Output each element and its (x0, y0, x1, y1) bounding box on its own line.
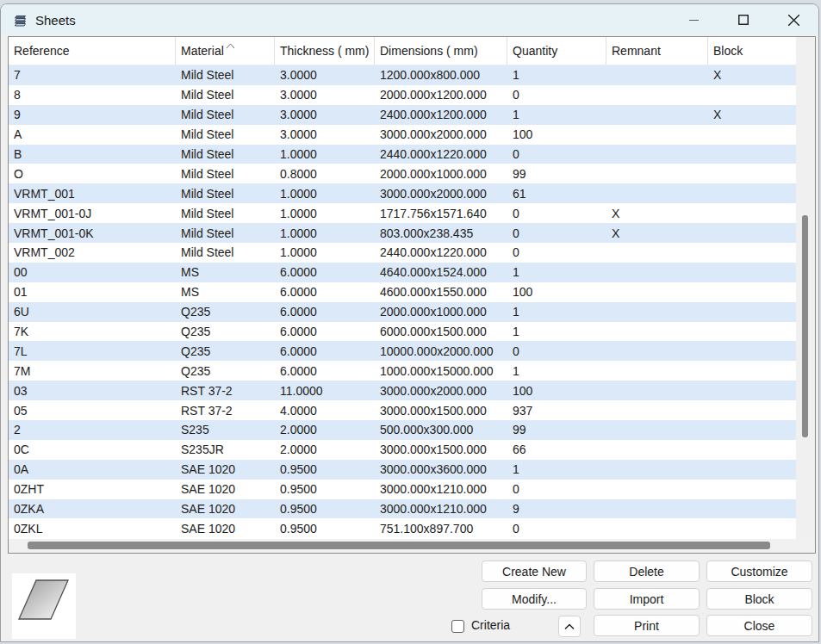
delete-button[interactable]: Delete (594, 560, 700, 582)
customize-button[interactable]: Customize (706, 560, 812, 582)
criteria-label: Criteria (471, 618, 510, 632)
cell-remnant (606, 65, 708, 85)
cell-reference: VRMT_001-0J (9, 203, 176, 223)
minimize-button[interactable] (669, 4, 718, 35)
column-header-material[interactable]: Material (176, 37, 275, 65)
table-row[interactable]: A Mild Steel 3.0000 3000.000x2000.000 10… (9, 125, 796, 145)
table-row[interactable]: 2 S235 2.0000 500.000x300.000 99 (9, 420, 796, 440)
cell-dimensions: 2440.000x1220.000 (375, 145, 507, 164)
table-row[interactable]: 6U Q235 6.0000 2000.000x1000.000 1 (9, 302, 796, 322)
cell-block (708, 145, 796, 164)
cell-material: RST 37-2 (176, 400, 275, 420)
table-row[interactable]: O Mild Steel 0.8000 2000.000x1000.000 99 (9, 164, 796, 183)
table-row[interactable]: VRMT_001-0J Mild Steel 1.0000 1717.756x1… (9, 203, 796, 223)
table-row[interactable]: VRMT_001 Mild Steel 1.0000 3000.000x2000… (9, 183, 796, 203)
vertical-scrollbar-thumb[interactable] (802, 215, 808, 437)
import-button[interactable]: Import (594, 588, 700, 610)
cell-block: X (708, 65, 796, 85)
table-row[interactable]: 7M Q235 6.0000 1000.000x15000.000 1 (9, 361, 796, 381)
table-row[interactable]: 7L Q235 6.0000 10000.000x2000.000 0 (9, 341, 796, 361)
cell-thickness: 6.0000 (275, 361, 375, 381)
cell-dimensions: 2000.000x1000.000 (375, 302, 507, 322)
table-row[interactable]: 0C S235JR 2.0000 3000.000x1500.000 66 (9, 440, 796, 460)
table-row[interactable]: 0ZKL SAE 1020 0.9500 751.100x897.700 0 (9, 518, 796, 538)
table-row[interactable]: 8 Mild Steel 3.0000 2000.000x1200.000 0 (9, 85, 796, 105)
table-row[interactable]: VRMT_002 Mild Steel 1.0000 2440.000x1220… (9, 243, 796, 263)
expand-criteria-button[interactable] (558, 616, 581, 637)
table-row[interactable]: 0ZKA SAE 1020 0.9500 3000.000x1210.000 9 (9, 499, 796, 519)
close-dialog-button[interactable]: Close (706, 615, 812, 636)
table-header-row: Reference Material Thickness ( mm) Dimen… (9, 37, 796, 65)
block-button[interactable]: Block (706, 588, 812, 610)
table-body: 7 Mild Steel 3.0000 1200.000x800.000 1 X… (9, 65, 796, 538)
cell-material: Mild Steel (176, 183, 275, 203)
table-row[interactable]: 7 Mild Steel 3.0000 1200.000x800.000 1 X (9, 65, 796, 85)
column-header-remnant[interactable]: Remnant (606, 37, 708, 65)
table-row[interactable]: 00 MS 6.0000 4640.000x1524.000 1 (9, 263, 796, 282)
horizontal-scrollbar[interactable] (9, 539, 815, 553)
cell-remnant (606, 302, 708, 322)
cell-reference: 7L (9, 341, 176, 361)
table-row[interactable]: 01 MS 6.0000 4600.000x1550.000 100 (9, 282, 796, 302)
cell-dimensions: 500.000x300.000 (375, 420, 507, 440)
maximize-button[interactable] (718, 4, 768, 35)
modify-button[interactable]: Modify... (482, 588, 587, 610)
chevron-up-icon (564, 623, 575, 630)
column-header-dimensions[interactable]: Dimensions ( mm) (375, 37, 507, 65)
cell-dimensions: 803.000x238.435 (375, 223, 507, 243)
cell-material: Mild Steel (176, 65, 275, 85)
print-button[interactable]: Print (594, 615, 700, 636)
column-header-quantity[interactable]: Quantity (507, 37, 606, 65)
cell-quantity: 0 (507, 243, 606, 263)
column-header-block[interactable]: Block (708, 37, 796, 65)
cell-material: S235JR (176, 440, 275, 460)
table-row[interactable]: 0A SAE 1020 0.9500 3000.000x3600.000 1 (9, 460, 796, 480)
cell-thickness: 11.0000 (275, 381, 375, 400)
close-button[interactable] (768, 4, 818, 35)
table-row[interactable]: 05 RST 37-2 4.0000 3000.000x1500.000 937 (9, 400, 796, 420)
cell-remnant (606, 361, 708, 381)
create-new-button[interactable]: Create New (482, 560, 587, 582)
cell-material: MS (176, 263, 275, 282)
cell-reference: 00 (9, 263, 176, 282)
cell-reference: 0A (9, 460, 176, 480)
cell-quantity: 1 (507, 263, 606, 282)
cell-quantity: 66 (507, 440, 606, 460)
cell-quantity: 1 (507, 460, 606, 480)
table-row[interactable]: 9 Mild Steel 3.0000 2400.000x1200.000 1 … (9, 105, 796, 125)
column-header-reference[interactable]: Reference (9, 37, 176, 65)
cell-block (708, 341, 796, 361)
sheets-dialog: Sheets Reference Material Thickness ( mm… (0, 3, 819, 642)
cell-material: SAE 1020 (176, 460, 275, 480)
cell-quantity: 1 (507, 302, 606, 322)
cell-quantity: 1 (507, 361, 606, 381)
cell-block (708, 302, 796, 322)
cell-reference: B (9, 145, 176, 164)
cell-block (708, 420, 796, 440)
table-row[interactable]: B Mild Steel 1.0000 2440.000x1220.000 0 (9, 145, 796, 164)
cell-quantity: 0 (507, 480, 606, 499)
table-row[interactable]: 7K Q235 6.0000 6000.000x1500.000 1 (9, 322, 796, 342)
sheet-parallelogram-icon (12, 573, 76, 639)
table-row[interactable]: 0ZHT SAE 1020 0.9500 3000.000x1210.000 0 (9, 480, 796, 499)
cell-dimensions: 4600.000x1550.000 (375, 282, 507, 302)
cell-thickness: 3.0000 (275, 65, 375, 85)
table-row[interactable]: 03 RST 37-2 11.0000 3000.000x2000.000 10… (9, 381, 796, 400)
criteria-checkbox[interactable] (451, 620, 464, 633)
cell-material: Mild Steel (176, 125, 275, 145)
cell-reference: 03 (9, 381, 176, 400)
horizontal-scrollbar-thumb[interactable] (28, 542, 770, 549)
cell-thickness: 1.0000 (275, 145, 375, 164)
cell-reference: 6U (9, 302, 176, 322)
cell-material: SAE 1020 (176, 480, 275, 499)
cell-quantity: 61 (507, 183, 606, 203)
cell-block (708, 440, 796, 460)
vertical-scrollbar[interactable] (796, 37, 815, 539)
table-row[interactable]: VRMT_001-0K Mild Steel 1.0000 803.000x23… (9, 223, 796, 243)
sort-ascending-icon (226, 38, 235, 52)
cell-reference: 7K (9, 322, 176, 342)
cell-dimensions: 2400.000x1200.000 (375, 105, 507, 125)
column-header-thickness[interactable]: Thickness ( mm) (275, 37, 375, 65)
cell-reference: 2 (9, 420, 176, 440)
cell-block (708, 263, 796, 282)
